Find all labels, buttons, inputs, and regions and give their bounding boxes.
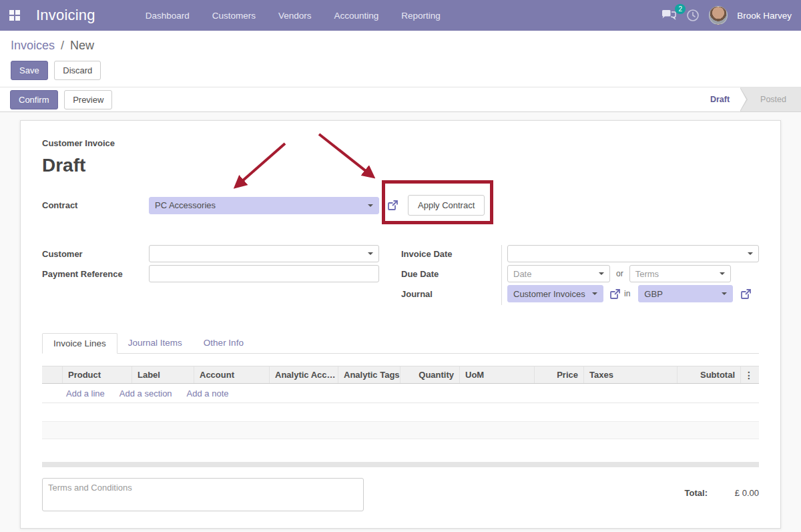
journal-external-link-icon[interactable]: [609, 288, 621, 300]
in-text: in: [624, 289, 630, 298]
col-product[interactable]: Product: [62, 366, 131, 383]
add-a-note-link[interactable]: Add a note: [187, 388, 229, 398]
add-a-line-link[interactable]: Add a line: [66, 388, 105, 398]
chevron-down-icon: [368, 252, 373, 255]
document-state-title: Draft: [42, 155, 759, 176]
sheet-footer: Total: £ 0.00: [42, 478, 759, 511]
nav-item-reporting[interactable]: Reporting: [392, 7, 449, 25]
terms-placeholder: Terms: [635, 269, 659, 279]
customer-label: Customer: [42, 245, 149, 262]
apply-contract-button[interactable]: Apply Contract: [408, 195, 485, 216]
col-subtotal[interactable]: Subtotal: [677, 366, 740, 383]
status-step-posted[interactable]: Posted: [740, 87, 801, 111]
table-header-row: Product Label Account Analytic Acc… Anal…: [42, 366, 759, 384]
activity-clock-icon[interactable]: [686, 9, 700, 22]
tab-journal-items[interactable]: Journal Items: [117, 333, 193, 353]
nav-item-customers[interactable]: Customers: [204, 7, 264, 25]
col-price[interactable]: Price: [534, 366, 583, 383]
payment-terms-select[interactable]: Terms: [629, 265, 731, 282]
chevron-down-icon: [748, 252, 753, 255]
journal-value: Customer Invoices: [513, 289, 585, 299]
col-analytic-tags[interactable]: Analytic Tags: [338, 366, 400, 383]
apps-menu-icon[interactable]: [0, 0, 29, 31]
user-avatar[interactable]: [709, 6, 728, 25]
table-add-row: Add a line Add a section Add a note: [42, 384, 759, 403]
top-navbar: Invoicing Dashboard Customers Vendors Ac…: [0, 0, 801, 31]
nav-item-dashboard[interactable]: Dashboard: [137, 7, 198, 25]
contract-external-link-icon[interactable]: [387, 200, 398, 211]
totals-block: Total: £ 0.00: [685, 478, 759, 511]
col-label[interactable]: Label: [131, 366, 194, 383]
currency-select[interactable]: GBP: [638, 285, 733, 302]
chevron-down-icon: [720, 272, 725, 275]
contract-row: Contract PC Accessories Apply Contract: [42, 195, 759, 216]
currency-value: GBP: [644, 289, 662, 299]
due-date-select[interactable]: Date: [507, 265, 610, 282]
save-button[interactable]: Save: [11, 61, 48, 80]
chevron-down-icon: [592, 292, 597, 295]
invoice-lines-table: Product Label Account Analytic Acc… Anal…: [42, 366, 759, 467]
handle-column: [42, 366, 62, 383]
breadcrumb-separator: /: [61, 39, 64, 52]
empty-table-row: [42, 403, 759, 421]
nav-item-accounting[interactable]: Accounting: [326, 7, 388, 25]
discard-button[interactable]: Discard: [54, 61, 101, 80]
col-account[interactable]: Account: [194, 366, 269, 383]
field-group: Customer Payment Reference: [42, 245, 759, 305]
tab-invoice-lines[interactable]: Invoice Lines: [42, 333, 117, 354]
col-taxes[interactable]: Taxes: [583, 366, 677, 383]
col-analytic-account[interactable]: Analytic Acc…: [269, 366, 338, 383]
chevron-down-icon: [599, 272, 604, 275]
messages-icon[interactable]: 2: [661, 9, 677, 21]
col-quantity[interactable]: Quantity: [400, 366, 459, 383]
terms-and-conditions-input[interactable]: [42, 478, 364, 511]
main-menu: Dashboard Customers Vendors Accounting R…: [137, 7, 449, 25]
breadcrumb-current: New: [70, 39, 94, 52]
status-pipeline: Draft Posted: [698, 87, 801, 111]
currency-external-link-icon[interactable]: [740, 288, 752, 300]
invoice-date-label: Invoice Date: [401, 245, 501, 262]
statusbar: Confirm Preview Draft Posted: [0, 87, 801, 112]
confirm-button[interactable]: Confirm: [10, 90, 58, 109]
col-uom[interactable]: UoM: [459, 366, 534, 383]
column-options-kebab-icon[interactable]: ⋮: [740, 366, 759, 383]
empty-table-row: [42, 439, 759, 457]
breadcrumb: Invoices / New: [11, 39, 790, 53]
invoice-date-select[interactable]: [507, 245, 759, 262]
status-step-draft[interactable]: Draft: [698, 87, 740, 111]
user-name[interactable]: Brook Harvey: [737, 11, 792, 21]
control-panel: Invoices / New Save Discard: [0, 31, 801, 87]
messages-count-badge: 2: [675, 4, 686, 14]
app-title: Invoicing: [36, 7, 95, 24]
tab-other-info[interactable]: Other Info: [193, 333, 254, 353]
breadcrumb-invoices-link[interactable]: Invoices: [11, 39, 55, 52]
preview-button[interactable]: Preview: [64, 90, 112, 109]
journal-label: Journal: [401, 285, 501, 302]
or-text: or: [616, 269, 623, 278]
contract-select[interactable]: PC Accessories: [149, 197, 379, 214]
nav-item-vendors[interactable]: Vendors: [270, 7, 320, 25]
due-date-placeholder: Date: [513, 269, 531, 279]
empty-table-row: [42, 421, 759, 439]
journal-select[interactable]: Customer Invoices: [507, 285, 603, 302]
chevron-down-icon: [368, 204, 373, 207]
content-area: Customer Invoice Draft Contract PC Acces…: [0, 112, 801, 532]
payment-reference-label: Payment Reference: [42, 265, 149, 282]
add-a-section-link[interactable]: Add a section: [119, 388, 172, 398]
due-date-label: Due Date: [401, 265, 501, 282]
horizontal-scrollbar[interactable]: [42, 462, 759, 467]
contract-label: Contract: [42, 200, 149, 210]
notebook-tabs: Invoice Lines Journal Items Other Info: [42, 333, 759, 354]
document-type-label: Customer Invoice: [42, 138, 759, 148]
payment-reference-input[interactable]: [149, 265, 379, 282]
customer-select[interactable]: [149, 245, 379, 262]
contract-value: PC Accessories: [155, 200, 216, 210]
total-value: £ 0.00: [722, 488, 759, 498]
invoice-sheet: Customer Invoice Draft Contract PC Acces…: [20, 120, 781, 529]
total-label: Total:: [685, 488, 708, 498]
chevron-down-icon: [722, 292, 727, 295]
